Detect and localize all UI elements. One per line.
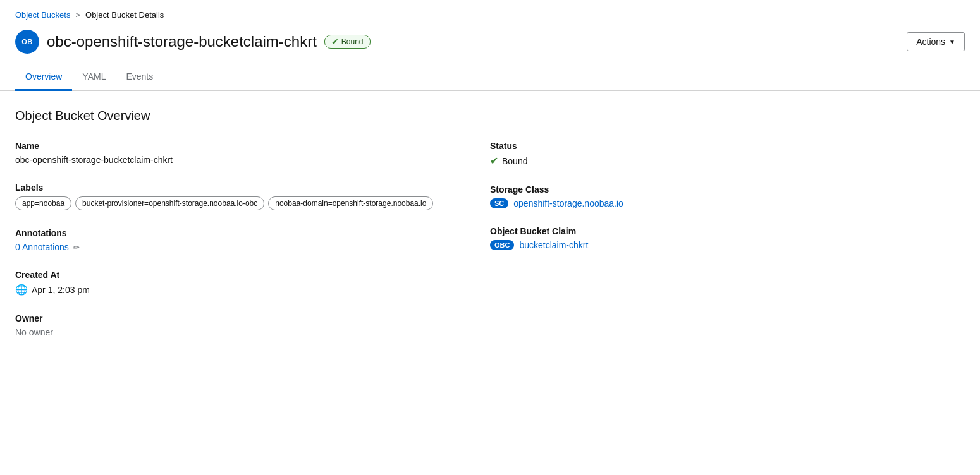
tab-events[interactable]: Events [116,64,163,91]
labels-container: app=noobaa bucket-provisioner=openshift-… [15,196,490,210]
edit-icon[interactable]: ✏ [73,243,80,252]
page-header: OB obc-openshift-storage-bucketclaim-chk… [0,25,980,64]
tabs-bar: Overview YAML Events [0,64,980,91]
content-area: Object Bucket Overview Name obc-openshif… [0,91,980,355]
name-value: obc-openshift-storage-bucketclaim-chkrt [15,155,490,165]
overview-right: Status ✔ Bound Storage Class SC openshif… [490,141,965,337]
status-badge-text: Bound [341,37,364,46]
label-chip: noobaa-domain=openshift-storage.noobaa.i… [268,196,433,210]
globe-icon: 🌐 [15,284,28,296]
annotations-label: Annotations [15,228,490,238]
overview-left: Name obc-openshift-storage-bucketclaim-c… [15,141,490,337]
chevron-down-icon: ▼ [949,39,955,45]
breadcrumb-current: Object Bucket Details [85,10,164,20]
owner-field: Owner No owner [15,313,490,337]
section-title: Object Bucket Overview [15,109,965,123]
overview-grid: Name obc-openshift-storage-bucketclaim-c… [15,141,965,337]
created-at-field: Created At 🌐 Apr 1, 2:03 pm [15,270,490,296]
label-chip: app=noobaa [15,196,71,210]
obc-badge: OBC [490,240,514,250]
tab-overview[interactable]: Overview [15,64,72,91]
obc-row: OBC bucketclaim-chkrt [490,240,965,250]
bound-check-icon: ✔ [490,155,498,167]
storage-class-row: SC openshift-storage.noobaa.io [490,198,965,208]
labels-field: Labels app=noobaa bucket-provisioner=ope… [15,183,490,210]
owner-label: Owner [15,313,490,323]
status-value: Bound [502,156,527,166]
breadcrumb-separator: > [75,10,80,20]
breadcrumb: Object Buckets > Object Bucket Details [0,0,980,25]
header-left: OB obc-openshift-storage-bucketclaim-chk… [15,30,371,54]
labels-label: Labels [15,183,490,193]
status-label: Status [490,141,965,151]
status-badge: ✔ Bound [324,35,371,49]
status-field: Status ✔ Bound [490,141,965,167]
status-check-icon: ✔ [331,37,339,47]
obc-link[interactable]: bucketclaim-chkrt [519,240,588,250]
actions-button[interactable]: Actions ▼ [907,32,965,51]
storage-class-label: Storage Class [490,184,965,195]
obc-label: Object Bucket Claim [490,226,965,236]
obc-field: Object Bucket Claim OBC bucketclaim-chkr… [490,226,965,250]
page-title: obc-openshift-storage-bucketclaim-chkrt [47,33,317,51]
owner-value: No owner [15,327,490,337]
created-at-row: 🌐 Apr 1, 2:03 pm [15,284,490,296]
ob-icon-badge: OB [15,30,39,54]
name-label: Name [15,141,490,151]
annotations-link[interactable]: 0 Annotations [15,242,69,252]
annotations-row: 0 Annotations ✏ [15,242,490,252]
storage-class-field: Storage Class SC openshift-storage.nooba… [490,184,965,208]
label-chip: bucket-provisioner=openshift-storage.noo… [75,196,264,210]
tab-yaml[interactable]: YAML [72,64,116,91]
sc-badge: SC [490,198,508,208]
breadcrumb-parent-link[interactable]: Object Buckets [15,10,70,20]
created-at-label: Created At [15,270,490,280]
annotations-field: Annotations 0 Annotations ✏ [15,228,490,252]
name-field: Name obc-openshift-storage-bucketclaim-c… [15,141,490,165]
bound-row: ✔ Bound [490,155,965,167]
actions-label: Actions [916,37,945,47]
created-at-value: Apr 1, 2:03 pm [32,285,90,295]
storage-class-link[interactable]: openshift-storage.noobaa.io [513,198,623,208]
